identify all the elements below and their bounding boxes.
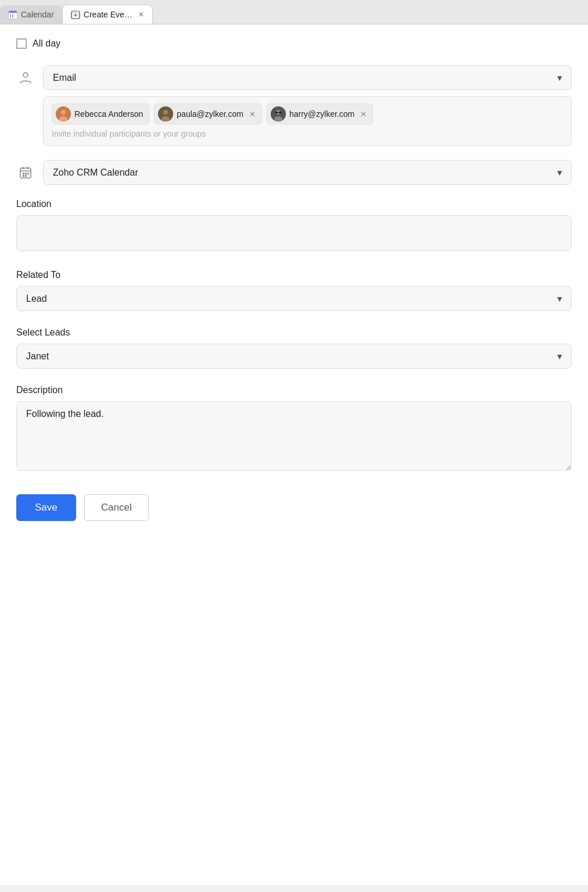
participant-tag-harry: harry@zylker.com ✕ [267,104,373,124]
participant-name-harry: harry@zylker.com [289,109,354,119]
calendar-icon [16,163,35,182]
related-to-group: Related To Lead Contact Account Deal ▼ [16,270,572,311]
svg-rect-29 [23,173,24,174]
participants-box: Rebecca Anderson paula@zylker.com ✕ [43,96,572,146]
select-leads-select[interactable]: Janet [16,344,572,369]
description-textarea[interactable]: Following the lead. [16,401,572,471]
avatar-harry [271,106,286,122]
description-label: Description [16,385,572,395]
select-leads-label: Select Leads [16,327,572,338]
remove-harry-icon[interactable]: ✕ [360,110,367,119]
svg-rect-6 [10,16,11,17]
email-select-wrapper: Email Phone ▼ [43,65,572,90]
related-to-select[interactable]: Lead Contact Account Deal [16,286,572,311]
participant-tag-rebecca: Rebecca Anderson [52,104,149,124]
svg-rect-2 [10,10,12,12]
all-day-row: All day [16,38,572,49]
description-group: Description Following the lead. [16,385,572,473]
svg-rect-30 [25,173,27,174]
svg-rect-3 [14,10,15,12]
browser-chrome: Calendar Create Eve… ✕ [0,0,588,24]
avatar-rebecca [56,106,71,122]
all-day-checkbox[interactable] [16,38,27,49]
svg-rect-32 [25,175,27,177]
svg-point-17 [163,110,168,115]
create-event-icon [71,10,80,19]
invite-placeholder: Invite individual participants or your g… [52,129,563,138]
calendar-select-content: Zoho CRM Calendar Personal ▼ [43,160,572,185]
calendar-tab[interactable]: Calendar [0,5,62,24]
related-to-label: Related To [16,270,572,280]
svg-point-14 [61,110,66,115]
calendar-app-icon [8,10,17,19]
calendar-tab-label: Calendar [21,10,54,19]
remove-paula-icon[interactable]: ✕ [249,110,256,119]
select-leads-wrapper: Janet ▼ [16,344,572,369]
calendar-select-wrapper: Zoho CRM Calendar Personal ▼ [43,160,572,185]
participant-tags: Rebecca Anderson paula@zylker.com ✕ [52,104,563,124]
participant-tag-paula: paula@zylker.com ✕ [154,104,262,124]
person-icon [16,69,35,87]
all-day-label: All day [33,38,60,49]
calendar-select[interactable]: Zoho CRM Calendar Personal [43,160,572,185]
email-participants-section: Email Phone ▼ [16,65,572,146]
save-button[interactable]: Save [16,494,76,521]
participant-name-rebecca: Rebecca Anderson [74,109,143,119]
svg-rect-33 [27,173,29,174]
svg-rect-23 [279,112,282,113]
svg-rect-7 [12,16,13,17]
select-leads-group: Select Leads Janet ▼ [16,327,572,369]
svg-rect-5 [12,15,13,16]
location-label: Location [16,199,572,209]
avatar-paula [158,106,173,122]
location-group: Location [16,199,572,254]
svg-rect-22 [275,112,278,113]
page-content: All day Email Phone ▼ [0,24,588,885]
create-event-tab[interactable]: Create Eve… ✕ [62,5,153,24]
svg-rect-4 [10,15,11,16]
email-select[interactable]: Email Phone [43,65,572,90]
create-event-tab-label: Create Eve… [84,10,132,19]
related-to-select-wrapper: Lead Contact Account Deal ▼ [16,286,572,311]
participant-name-paula: paula@zylker.com [177,109,243,119]
email-field-content: Email Phone ▼ [43,65,572,146]
cancel-button[interactable]: Cancel [84,494,149,521]
svg-rect-31 [23,175,24,177]
svg-point-12 [23,73,28,77]
location-input[interactable] [16,215,572,251]
close-tab-icon[interactable]: ✕ [138,10,144,19]
calendar-row: Zoho CRM Calendar Personal ▼ [16,160,572,185]
action-buttons: Save Cancel [16,494,572,521]
